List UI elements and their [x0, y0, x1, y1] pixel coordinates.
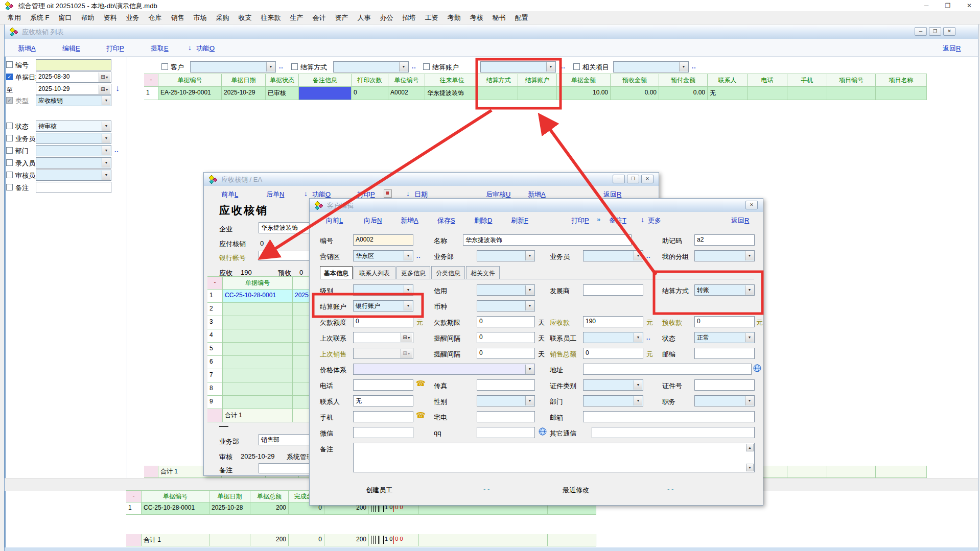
calendar-icon[interactable]: ⊞▼	[99, 85, 110, 94]
column-header[interactable]: 预付金额	[659, 74, 708, 87]
debt-limit-input[interactable]: 0	[353, 316, 413, 327]
credit-combo[interactable]: ▼	[477, 284, 535, 296]
menu-item[interactable]: 收支	[234, 11, 256, 24]
list-close-icon[interactable]: ✕	[943, 27, 955, 36]
chevron-down-icon[interactable]: ▼	[102, 96, 110, 105]
chevron-down-icon[interactable]: ▼	[102, 158, 110, 167]
calendar-icon[interactable]: ⊞▼	[401, 333, 412, 342]
group-combo[interactable]: ▼	[694, 250, 755, 261]
region-lookup-button[interactable]: ..	[416, 252, 421, 259]
chevron-down-icon[interactable]: ▼	[266, 62, 275, 71]
settle-method-lookup-button[interactable]: ..	[412, 63, 416, 70]
column-header[interactable]: -	[144, 74, 158, 87]
column-header[interactable]: 项目编号	[827, 74, 876, 87]
settle-account-lookup-button[interactable]: ..	[561, 63, 566, 70]
note-button[interactable]: 备注T	[609, 216, 626, 225]
next-button[interactable]: 向后N	[364, 216, 382, 225]
sales-total-input[interactable]: 0	[583, 348, 643, 359]
filter-dept-combo[interactable]: ▼	[36, 145, 111, 156]
contact-emp-lookup-button[interactable]: ..	[646, 334, 651, 341]
chevron-down-icon[interactable]: ▼	[102, 171, 110, 180]
column-header[interactable]: 单据日期	[222, 74, 266, 87]
menu-item[interactable]: 常用	[3, 11, 26, 24]
settle-method-combo[interactable]: 转账▼	[694, 284, 755, 296]
filter-code-input[interactable]	[36, 59, 111, 70]
next-doc-button[interactable]: 后单N	[266, 190, 284, 199]
tab-category-info[interactable]: 分类信息	[431, 266, 465, 279]
column-header[interactable]: 结算账户	[518, 74, 557, 87]
column-header[interactable]: 单据编号	[223, 276, 293, 290]
note-textarea[interactable]: ▲ ▼	[353, 443, 755, 472]
gender-combo[interactable]: ▼	[477, 395, 535, 406]
mnemonic-input[interactable]: a2	[694, 234, 755, 246]
tab-more-info[interactable]: 更多信息	[396, 266, 430, 279]
menu-item[interactable]: 销售	[167, 11, 189, 24]
menu-item[interactable]: 资产	[331, 11, 353, 24]
filter-entry-checkbox[interactable]	[6, 159, 13, 166]
column-header[interactable]: 联系人	[708, 74, 748, 87]
phone-icon[interactable]: ☎	[416, 379, 426, 388]
save-button[interactable]: 保存S	[437, 216, 455, 225]
filter-code-checkbox[interactable]	[6, 61, 13, 68]
settle-account-filter-checkbox[interactable]	[423, 63, 430, 70]
fax-input[interactable]	[477, 379, 535, 391]
column-header[interactable]: 备注信息	[299, 74, 352, 87]
filter-date-checkbox[interactable]: ✓	[6, 74, 13, 80]
debt-term-input[interactable]: 0	[477, 316, 535, 327]
filter-date-to-input[interactable]: 2025-10-29⊞▼	[36, 84, 111, 95]
chevron-down-icon[interactable]: ▼	[546, 62, 555, 71]
menu-item[interactable]: 往来款	[256, 11, 286, 24]
remind1-input[interactable]: 0	[477, 332, 535, 343]
wechat-input[interactable]	[353, 427, 413, 438]
menu-item[interactable]: 业务	[122, 11, 144, 24]
new-button[interactable]: 新增A	[18, 44, 36, 53]
column-header[interactable]: 往来单位	[425, 74, 479, 87]
email-input[interactable]	[583, 411, 755, 422]
print-button[interactable]: 打印P	[571, 216, 589, 225]
settle-method-filter-checkbox[interactable]	[291, 63, 298, 70]
column-header[interactable]: 单据编号	[158, 74, 222, 87]
menu-item[interactable]: 人事	[353, 11, 376, 24]
column-header[interactable]: 电话	[748, 74, 787, 87]
column-header[interactable]: 手机	[787, 74, 827, 87]
chevron-down-icon[interactable]: ▼	[525, 365, 534, 374]
settle-account-combo[interactable]: 银行账户▼	[353, 300, 413, 312]
column-header[interactable]: 单据金额	[557, 74, 611, 87]
chevron-down-icon[interactable]: ▼	[745, 285, 754, 295]
menu-item[interactable]: 帮助	[77, 11, 99, 24]
prev-doc-button[interactable]: 前单L	[221, 190, 238, 199]
chevron-down-icon[interactable]: ▼	[525, 251, 534, 260]
name-input[interactable]: 华东捷波装饰	[463, 234, 632, 246]
settle-account-filter-combo[interactable]: ▼	[480, 61, 556, 73]
mobile-input[interactable]	[353, 411, 413, 422]
chevron-down-icon[interactable]: ▼	[634, 380, 642, 390]
back-button[interactable]: 返回R	[943, 44, 961, 53]
chevron-down-icon[interactable]: ▼	[404, 251, 412, 260]
filter-date-from-input[interactable]: 2025-08-30⊞▼	[36, 71, 111, 83]
more-tools-icon[interactable]: »	[597, 215, 600, 223]
list-minimize-icon[interactable]: ─	[915, 27, 927, 36]
column-header[interactable]: 预收金额	[611, 74, 659, 87]
qq-input[interactable]	[477, 427, 535, 438]
menu-item[interactable]: 生产	[286, 11, 308, 24]
column-header[interactable]: -	[207, 276, 223, 290]
currency-combo[interactable]: ▼	[477, 300, 535, 312]
remind2-input[interactable]: 0	[477, 348, 535, 359]
home-phone-input[interactable]	[477, 411, 535, 422]
project-filter-checkbox[interactable]	[573, 63, 580, 70]
scroll-up-icon[interactable]: ▲	[746, 444, 754, 451]
menu-item[interactable]: 窗口	[54, 11, 77, 24]
filter-status-checkbox[interactable]	[6, 123, 13, 129]
zip-input[interactable]	[694, 348, 755, 359]
extract-button[interactable]: 提取E	[151, 44, 169, 53]
last-contact-date[interactable]: ⊞▼	[353, 332, 413, 343]
biz-dept-combo[interactable]: ▼	[477, 250, 535, 261]
chevron-down-icon[interactable]: ▼	[404, 301, 412, 310]
chevron-down-icon[interactable]: ▼	[634, 251, 642, 260]
chevron-down-icon[interactable]: ▼	[745, 251, 754, 260]
dept-lookup-button[interactable]: ..	[114, 147, 119, 154]
settle-method-filter-combo[interactable]: ▼	[333, 61, 409, 73]
chevron-down-icon[interactable]: ▼	[102, 122, 110, 131]
chevron-down-icon[interactable]: ▼	[634, 333, 642, 342]
customer-close-icon[interactable]: ✕	[745, 201, 758, 209]
